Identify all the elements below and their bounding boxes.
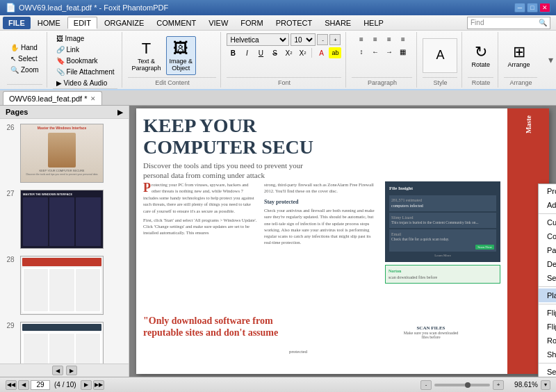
maximize-btn[interactable]: □ <box>527 3 538 13</box>
image-object-button[interactable]: 🖼 Image &Object <box>166 36 197 75</box>
zoom-slider[interactable] <box>434 384 490 386</box>
document-tab[interactable]: OWV69.lead_feat.pdf * ✕ <box>3 91 102 105</box>
font-size-select[interactable]: 10 <box>291 33 316 46</box>
scan-now-btn[interactable]: Scan Now <box>475 245 494 250</box>
page-thumb-27[interactable]: 27 MASTER THE WINDOWS INTERFACE <box>3 188 126 251</box>
align-center-btn[interactable]: ≡ <box>369 33 382 44</box>
ribbon-scroll-right[interactable]: ▾ <box>548 32 553 88</box>
superscript-button[interactable]: X2 <box>282 47 295 58</box>
ribbon-expand-icon[interactable]: ▾ <box>548 54 553 65</box>
pdf-learn-more[interactable]: Learn More <box>434 254 451 257</box>
link-button[interactable]: 🔗Link <box>53 44 118 55</box>
page-num-29: 29 <box>5 322 16 329</box>
strikethrough-button[interactable]: S <box>268 47 281 58</box>
nav-next-btn[interactable]: ▶ <box>81 380 92 390</box>
underline-button[interactable]: U <box>254 47 267 58</box>
thumb-27-body <box>23 197 101 246</box>
highlight-btn[interactable]: ab <box>329 47 341 58</box>
ctx-select-all[interactable]: Select All Ctrl+A <box>539 271 556 285</box>
pdf-insight-title: File Insight <box>389 186 496 193</box>
link-icon: 🔗 <box>56 46 65 54</box>
ctx-add-textobject[interactable]: Add a TextObject <box>539 198 556 212</box>
indent-less-btn[interactable]: ← <box>369 46 382 57</box>
arrange-button[interactable]: ⊞ Arrange <box>504 36 533 75</box>
ctx-shear-selected[interactable]: Shear Selected Objects <box>539 348 556 361</box>
align-right-btn[interactable]: ≡ <box>383 33 395 44</box>
ctx-flip-horizontal[interactable]: Flip Horizontal <box>539 306 556 320</box>
image-button[interactable]: 🖼Image <box>53 33 118 44</box>
menu-form[interactable]: FORM <box>235 17 268 29</box>
ctx-flip-vertical[interactable]: Flip Vertical <box>539 320 556 334</box>
text-paragraph-button[interactable]: T Text &Paragraph <box>128 36 164 75</box>
ctx-cut-label: Cut <box>547 218 556 227</box>
sidebar-collapse-icon[interactable]: ▶ <box>117 108 123 116</box>
minimize-btn[interactable]: ─ <box>514 3 525 13</box>
video-audio-button[interactable]: ▶Video & Audio <box>53 78 118 88</box>
menu-help[interactable]: HELP <box>358 17 389 29</box>
ctx-delete[interactable]: Delete <box>539 257 556 271</box>
thumb-26-masthead: Master the Windows Interface <box>38 126 87 130</box>
close-btn[interactable]: ✕ <box>539 3 550 13</box>
ribbon-group-edit-label: Edit Content <box>128 77 216 86</box>
ctx-copy[interactable]: Copy Ctrl+C <box>539 229 556 243</box>
columns-btn[interactable]: ▦ <box>397 46 409 57</box>
search-box[interactable]: Find 🔍 <box>467 17 550 29</box>
italic-button[interactable]: I <box>240 47 253 58</box>
title-bar-controls: ─ □ ✕ <box>514 3 550 13</box>
indent-more-btn[interactable]: → <box>383 46 395 57</box>
bookmark-button[interactable]: 🔖Bookmark <box>53 56 118 66</box>
menu-edit[interactable]: EDIT <box>67 17 97 29</box>
image-object-label: Image &Object <box>170 58 193 72</box>
nav-first-btn[interactable]: ◀◀ <box>6 380 17 390</box>
subscript-button[interactable]: X2 <box>296 47 309 58</box>
align-left-btn[interactable]: ≡ <box>355 33 368 44</box>
nav-prev-btn[interactable]: ◀ <box>18 380 29 390</box>
font-size-increment[interactable]: + <box>329 34 341 45</box>
font-color-btn[interactable]: A <box>315 47 327 58</box>
bold-button[interactable]: B <box>227 47 239 58</box>
ribbon-group-font-label: Font <box>227 77 341 86</box>
menu-organize[interactable]: ORGANIZE <box>99 17 149 29</box>
select-button[interactable]: ↖Select <box>7 54 42 64</box>
page-thumb-26[interactable]: 26 Master the Windows Interface KEEP YOU… <box>3 122 126 185</box>
pdf-norton-box: Norton scan downloaded files before <box>385 265 500 284</box>
nav-last-btn[interactable]: ▶▶ <box>93 380 104 390</box>
font-family-select[interactable]: Helvetica <box>227 33 289 46</box>
file-attachment-button[interactable]: 📎File Attachment <box>53 67 118 77</box>
align-row-2: ↕ ← → ▦ <box>355 46 409 57</box>
pdf-view[interactable]: Maste KEEP YOUR COMPUTER SECU Discover t… <box>129 106 556 377</box>
menu-home[interactable]: HOME <box>32 17 66 29</box>
thumb-29-col-3 <box>76 334 100 364</box>
rotate-button[interactable]: ↻ Rotate <box>468 36 493 75</box>
sidebar-nav-next[interactable]: ▶ <box>66 366 77 375</box>
menu-comment[interactable]: COMMENT <box>151 17 202 29</box>
menu-file[interactable]: FILE <box>3 17 31 29</box>
menu-view[interactable]: VIEW <box>203 17 234 29</box>
hand-button[interactable]: ✋Hand <box>7 42 42 53</box>
zoom-in-btn[interactable]: + <box>493 380 504 390</box>
zoom-out-btn[interactable]: - <box>420 380 432 390</box>
thumb-26-caption: KEEP YOUR COMPUTER SECURE <box>40 169 85 172</box>
style-preview[interactable]: A <box>423 38 457 73</box>
align-justify-btn[interactable]: ≡ <box>397 33 409 44</box>
ctx-set-background[interactable]: Set to Background <box>539 365 556 377</box>
menu-protect[interactable]: PROTECT <box>270 17 318 29</box>
ctx-rotate-selected[interactable]: Rotate Selected Objects <box>539 334 556 348</box>
pdf-quote-line2: reputable sites and don't assume <box>143 327 410 339</box>
ctx-paste[interactable]: Paste Ctrl+V <box>539 243 556 257</box>
menu-share[interactable]: SHARE <box>319 17 357 29</box>
page-number-input[interactable] <box>31 380 50 390</box>
ribbon-group-insert: 🖼Image 🔗Link 🔖Bookmark 📎File Attachment … <box>49 32 123 88</box>
thumb-28-content <box>21 256 103 314</box>
doc-tab-close[interactable]: ✕ <box>90 95 96 102</box>
page-thumb-29[interactable]: 29 <box>3 320 126 364</box>
zoom-button[interactable]: 🔍Zoom <box>7 65 42 75</box>
font-size-decrement[interactable]: - <box>317 34 328 45</box>
line-spacing-btn[interactable]: ↕ <box>355 46 368 57</box>
page-thumb-28[interactable]: 28 <box>3 254 126 317</box>
zoom-percent-btn[interactable]: ▾ <box>541 380 550 390</box>
ctx-cut[interactable]: Cut Ctrl+X <box>539 215 556 229</box>
sidebar-nav-prev[interactable]: ◀ <box>52 366 63 375</box>
ctx-properties[interactable]: Properties... <box>539 184 556 198</box>
ctx-place-image[interactable]: Place Image ↗ <box>539 288 556 302</box>
